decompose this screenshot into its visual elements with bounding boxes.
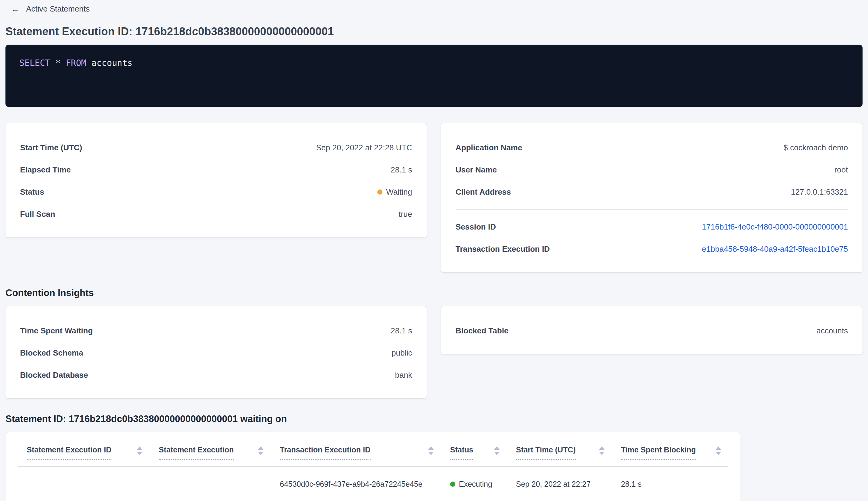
cell-status: Executing (441, 467, 507, 501)
detail-label: Blocked Table (456, 326, 508, 335)
detail-value: $ cockroach demo (784, 143, 848, 152)
sort-icon[interactable] (258, 445, 263, 455)
cell-time-spent-blocking: 28.1 s (612, 467, 728, 501)
table-header-row: Statement Execution ID Statement Executi… (18, 433, 728, 467)
execution-details-card: Start Time (UTC) Sep 20, 2022 at 22:28 U… (6, 123, 427, 237)
sql-keyword-select: SELECT (19, 58, 50, 68)
column-header-label[interactable]: Status (450, 445, 473, 460)
detail-value: accounts (816, 326, 848, 335)
sql-star: * (56, 58, 61, 68)
detail-label: Time Spent Waiting (20, 326, 93, 335)
column-header-statement-execution-id[interactable]: Statement Execution ID (18, 433, 150, 467)
contention-left-card: Time Spent Waiting 28.1 s Blocked Schema… (6, 306, 427, 398)
back-link[interactable]: ← Active Statements (11, 4, 862, 14)
detail-row-time-spent-waiting: Time Spent Waiting 28.1 s (20, 320, 412, 342)
detail-value: bank (395, 371, 412, 380)
column-header-statement-execution[interactable]: Statement Execution (150, 433, 271, 467)
sql-statement-box: SELECT*FROMaccounts (6, 45, 862, 107)
detail-value: 28.1 s (391, 326, 412, 335)
sql-keyword-from: FROM (66, 58, 86, 68)
sort-icon[interactable] (137, 445, 142, 455)
contention-insights-heading: Contention Insights (6, 288, 862, 298)
column-header-status[interactable]: Status (441, 433, 507, 467)
sort-icon[interactable] (599, 445, 605, 455)
detail-label: Start Time (UTC) (20, 143, 82, 152)
detail-label: Application Name (456, 143, 522, 152)
detail-row-client-address: Client Address 127.0.0.1:63321 (456, 181, 848, 203)
detail-value: Sep 20, 2022 at 22:28 UTC (316, 143, 412, 152)
detail-row-session-id: Session ID 1716b1f6-4e0c-f480-0000-00000… (456, 216, 848, 238)
contention-right-card: Blocked Table accounts (441, 306, 862, 354)
column-header-transaction-execution-id[interactable]: Transaction Execution ID (271, 433, 441, 467)
waiting-statements-table: Statement Execution ID Statement Executi… (18, 433, 728, 501)
waiting-on-heading: Statement ID: 1716b218dc0b38380000000000… (6, 414, 862, 425)
waiting-statements-table-card: Statement Execution ID Statement Executi… (6, 433, 740, 501)
detail-label: Client Address (456, 187, 511, 197)
cell-start-time: Sep 20, 2022 at 22:27 (507, 467, 612, 501)
transaction-execution-id-link[interactable]: e1bba458-5948-40a9-a42f-5feac1b10e75 (702, 244, 848, 254)
sql-table-name: accounts (92, 58, 133, 68)
sort-icon[interactable] (494, 445, 500, 455)
details-cards-row: Start Time (UTC) Sep 20, 2022 at 22:28 U… (6, 123, 862, 273)
column-header-label[interactable]: Transaction Execution ID (280, 445, 371, 460)
contention-cards-row: Time Spent Waiting 28.1 s Blocked Schema… (6, 306, 862, 398)
cell-statement-execution (150, 467, 271, 501)
sort-icon[interactable] (716, 445, 721, 455)
column-header-time-spent-blocking[interactable]: Time Spent Blocking (612, 433, 728, 467)
detail-row-transaction-execution-id: Transaction Execution ID e1bba458-5948-4… (456, 238, 848, 260)
column-header-label[interactable]: Statement Execution (159, 445, 234, 460)
detail-row-start-time: Start Time (UTC) Sep 20, 2022 at 22:28 U… (20, 137, 412, 159)
detail-row-status: Status Waiting (20, 181, 412, 203)
session-id-link[interactable]: 1716b1f6-4e0c-f480-0000-000000000001 (702, 222, 848, 231)
column-header-label[interactable]: Statement Execution ID (27, 445, 111, 460)
column-header-label[interactable]: Start Time (UTC) (516, 445, 576, 460)
detail-label: Elapsed Time (20, 165, 71, 174)
cell-statement-execution-id (18, 467, 150, 501)
column-header-label[interactable]: Time Spent Blocking (621, 445, 696, 460)
session-details-card: Application Name $ cockroach demo User N… (441, 123, 862, 273)
back-link-label[interactable]: Active Statements (26, 4, 90, 14)
cell-transaction-execution-id: 64530d0c-969f-437e-a9b4-26a72245e45e (271, 467, 441, 501)
status-text: Executing (459, 480, 492, 489)
statement-execution-page: ← Active Statements Statement Execution … (6, 0, 862, 501)
detail-row-blocked-table: Blocked Table accounts (456, 320, 848, 342)
detail-value: true (399, 210, 412, 219)
detail-value: 127.0.0.1:63321 (791, 187, 848, 197)
card-divider (456, 209, 848, 210)
detail-value: root (834, 165, 848, 174)
detail-row-blocked-database: Blocked Database bank (20, 364, 412, 386)
page-title: Statement Execution ID: 1716b218dc0b3838… (6, 25, 862, 38)
status-executing-dot-icon (450, 482, 455, 487)
column-header-start-time[interactable]: Start Time (UTC) (507, 433, 612, 467)
status-waiting-dot-icon (377, 190, 382, 195)
status-value: Waiting (377, 187, 412, 197)
status-text: Waiting (386, 187, 412, 197)
detail-label: Transaction Execution ID (456, 244, 550, 254)
detail-label: Blocked Schema (20, 348, 83, 358)
detail-label: Full Scan (20, 210, 55, 219)
sort-icon[interactable] (428, 445, 434, 455)
detail-value: 28.1 s (391, 165, 412, 174)
detail-row-elapsed-time: Elapsed Time 28.1 s (20, 159, 412, 181)
table-row: 64530d0c-969f-437e-a9b4-26a72245e45e Exe… (18, 467, 728, 501)
detail-row-blocked-schema: Blocked Schema public (20, 342, 412, 364)
back-arrow-icon[interactable]: ← (11, 4, 20, 14)
detail-value: public (391, 348, 412, 358)
detail-label: Session ID (456, 222, 496, 232)
detail-label: Status (20, 187, 44, 197)
detail-label: Blocked Database (20, 371, 88, 380)
detail-row-application-name: Application Name $ cockroach demo (456, 137, 848, 159)
detail-label: User Name (456, 165, 497, 174)
detail-row-full-scan: Full Scan true (20, 203, 412, 225)
detail-row-user-name: User Name root (456, 159, 848, 181)
